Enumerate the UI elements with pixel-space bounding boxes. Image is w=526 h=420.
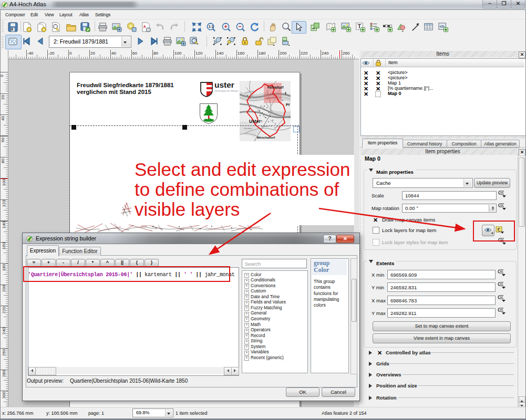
svg-text:Mönchaltorf: Mönchaltorf	[257, 136, 275, 139]
svg-text:Oerzikon: Oerzikon	[244, 127, 253, 130]
svg-text:1:1: 1:1	[209, 25, 214, 28]
svg-text:Uster: Uster	[249, 119, 261, 124]
svg-text:Pf: Pf	[286, 103, 290, 107]
svg-text:Fehraltorf: Fehraltorf	[267, 86, 284, 89]
svg-text:A: A	[143, 25, 146, 28]
